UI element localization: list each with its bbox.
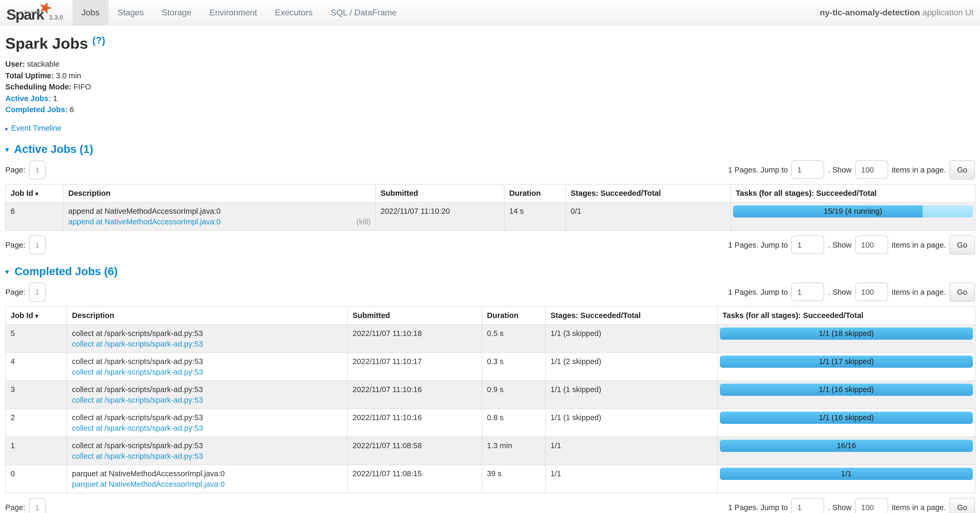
spark-version: 3.3.0: [49, 14, 63, 22]
stages-cell: 1/1: [546, 437, 718, 465]
help-link[interactable]: (?): [92, 35, 105, 46]
pages-count-text: 1 Pages. Jump to: [728, 503, 788, 511]
job-id-cell: 3: [6, 380, 67, 408]
page-number-input[interactable]: [29, 160, 46, 179]
job-id-cell: 5: [6, 324, 67, 353]
jump-to-page-input[interactable]: [792, 235, 824, 254]
description-cell: collect at /spark-scripts/spark-ad.py:53…: [67, 437, 347, 465]
job-detail-link[interactable]: append at NativeMethodAccessorImpl.java:…: [68, 216, 221, 227]
go-button[interactable]: Go: [950, 160, 975, 179]
items-per-page-input[interactable]: [855, 283, 888, 301]
chevron-right-icon: ▸: [5, 125, 8, 132]
column-header-stages[interactable]: Stages: Succeeded/Total: [546, 307, 718, 324]
column-header-job-id[interactable]: Job Id▾: [6, 307, 67, 324]
tasks-cell: 1/1 (17 skipped): [718, 353, 975, 380]
duration-cell: 1.3 min: [482, 437, 546, 465]
tab-environment[interactable]: Environment: [200, 0, 266, 25]
page-number-input[interactable]: [29, 282, 46, 301]
active-jobs-table: Job Id▾ Description Submitted Duration S…: [5, 184, 975, 230]
description-cell: collect at /spark-scripts/spark-ad.py:53…: [67, 324, 347, 353]
page-label: Page:: [5, 287, 25, 296]
tasks-progress-bar: 16/16: [720, 440, 973, 452]
table-header-row: Job Id▾ Description Submitted Duration S…: [6, 307, 975, 324]
column-header-stages[interactable]: Stages: Succeeded/Total: [566, 184, 731, 202]
job-id-cell: 0: [6, 465, 67, 492]
column-header-tasks[interactable]: Tasks (for all stages): Succeeded/Total: [718, 307, 975, 324]
column-header-description[interactable]: Description: [67, 307, 347, 324]
job-detail-link[interactable]: collect at /spark-scripts/spark-ad.py:53: [72, 422, 203, 433]
submitted-cell: 2022/11/07 11:10:20: [375, 202, 504, 230]
completed-jobs-table: Job Id▾ Description Submitted Duration S…: [5, 306, 975, 493]
active-jobs-section-header[interactable]: ▾ Active Jobs (1): [5, 143, 975, 155]
table-row: 4 collect at /spark-scripts/spark-ad.py:…: [6, 353, 975, 380]
job-detail-link[interactable]: collect at /spark-scripts/spark-ad.py:53: [72, 338, 203, 349]
duration-cell: 0.9 s: [482, 380, 546, 408]
jump-to-page-input[interactable]: [792, 498, 824, 513]
duration-cell: 14 s: [504, 202, 566, 230]
page-number-input[interactable]: [29, 498, 46, 513]
tab-sql-dataframe[interactable]: SQL / DataFrame: [321, 0, 406, 25]
jump-to-page-input[interactable]: [792, 283, 824, 301]
column-header-submitted[interactable]: Submitted: [375, 184, 504, 202]
jump-to-page-input[interactable]: [792, 160, 824, 179]
column-header-duration[interactable]: Duration: [504, 184, 566, 202]
items-per-page-input[interactable]: [855, 235, 888, 254]
tasks-cell: 16/16: [718, 437, 975, 465]
column-header-tasks[interactable]: Tasks (for all stages): Succeeded/Total: [731, 184, 975, 202]
column-header-duration[interactable]: Duration: [482, 307, 546, 324]
summary-user: User: stackable: [5, 59, 975, 70]
stages-cell: 0/1: [566, 202, 731, 230]
completed-jobs-section-header[interactable]: ▾ Completed Jobs (6): [5, 265, 975, 278]
application-title: ny-tlc-anomaly-detection application UI: [820, 8, 980, 17]
job-summary-list: User: stackable Total Uptime: 3.0 min Sc…: [5, 59, 975, 116]
job-id-cell: 4: [6, 353, 67, 380]
spark-logo[interactable]: APACHESpark★ 3.3.0: [0, 0, 68, 25]
submitted-cell: 2022/11/07 11:10:16: [347, 380, 482, 408]
job-description: parquet at NativeMethodAccessorImpl.java…: [72, 468, 342, 479]
items-text: items in a page.: [892, 165, 946, 174]
items-per-page-input[interactable]: [855, 498, 888, 513]
tab-storage[interactable]: Storage: [153, 0, 200, 25]
tab-jobs[interactable]: Jobs: [73, 0, 108, 25]
summary-active-jobs: Active Jobs: 1: [5, 93, 975, 104]
description-cell: collect at /spark-scripts/spark-ad.py:53…: [67, 380, 347, 408]
tab-stages[interactable]: Stages: [108, 0, 153, 25]
items-per-page-input[interactable]: [855, 160, 888, 179]
progress-label: 16/16: [720, 440, 973, 452]
go-button[interactable]: Go: [950, 498, 975, 513]
application-suffix: application UI: [920, 8, 974, 17]
spark-logo-mark: APACHESpark★: [6, 7, 44, 22]
tasks-cell: 1/1 (16 skipped): [718, 380, 975, 408]
progress-label: 1/1 (18 skipped): [720, 327, 973, 340]
kill-job-link[interactable]: (kill): [356, 216, 371, 227]
job-detail-link[interactable]: collect at /spark-scripts/spark-ad.py:53: [72, 394, 203, 405]
top-navbar: APACHESpark★ 3.3.0 Jobs Stages Storage E…: [0, 0, 980, 25]
column-header-job-id[interactable]: Job Id▾: [6, 184, 63, 202]
tab-executors[interactable]: Executors: [266, 0, 321, 25]
completed-jobs-link[interactable]: Completed Jobs:: [5, 105, 67, 114]
description-cell: parquet at NativeMethodAccessorImpl.java…: [67, 465, 347, 492]
table-row: 1 collect at /spark-scripts/spark-ad.py:…: [6, 437, 975, 465]
chevron-down-icon: ▾: [5, 145, 9, 153]
items-text: items in a page.: [892, 287, 946, 296]
chevron-down-icon: ▾: [5, 267, 9, 275]
job-detail-link[interactable]: collect at /spark-scripts/spark-ad.py:53: [72, 367, 203, 377]
job-detail-link[interactable]: parquet at NativeMethodAccessorImpl.java…: [72, 479, 225, 489]
page-number-input[interactable]: [29, 235, 46, 254]
duration-cell: 0.8 s: [482, 408, 546, 437]
column-header-description[interactable]: Description: [63, 184, 375, 202]
items-text: items in a page.: [892, 240, 946, 249]
go-button[interactable]: Go: [950, 282, 975, 301]
event-timeline-toggle[interactable]: ▸Event Timeline: [5, 124, 975, 132]
application-name: ny-tlc-anomaly-detection: [820, 8, 920, 17]
job-detail-link[interactable]: collect at /spark-scripts/spark-ad.py:53: [72, 451, 203, 461]
show-text: . Show: [828, 240, 852, 249]
job-description: append at NativeMethodAccessorImpl.java:…: [68, 206, 371, 216]
duration-cell: 0.3 s: [482, 353, 546, 380]
active-pagination-bottom: Page: 1 Pages. Jump to . Show items in a…: [5, 235, 975, 254]
duration-cell: 39 s: [482, 465, 546, 492]
column-header-submitted[interactable]: Submitted: [347, 307, 482, 324]
go-button[interactable]: Go: [950, 235, 975, 254]
active-jobs-link[interactable]: Active Jobs:: [5, 94, 51, 102]
table-row: 0 parquet at NativeMethodAccessorImpl.ja…: [6, 465, 975, 492]
